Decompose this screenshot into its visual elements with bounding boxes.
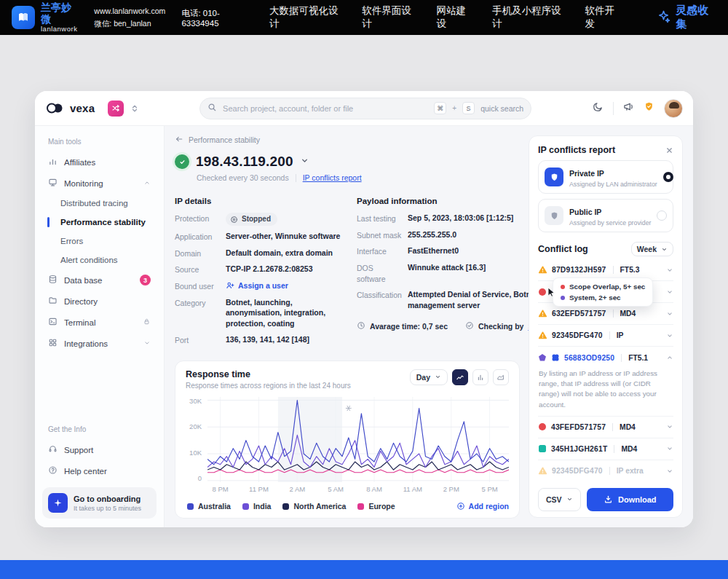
lanlanwork-logo-icon [12, 6, 35, 29]
europe-swatch [357, 503, 364, 510]
nav-item-mobile[interactable]: 手机及小程序设计 [492, 4, 566, 31]
add-region-link[interactable]: Add region [456, 502, 509, 511]
search-input[interactable] [223, 104, 428, 113]
area-chart-view-button[interactable] [493, 369, 509, 385]
announcements-icon[interactable] [623, 101, 634, 115]
option-public-ip[interactable]: Public IP Assigned by service provider [538, 199, 673, 232]
chevron-down-icon [435, 374, 441, 380]
sidebar-section-main: Main tools [48, 138, 151, 146]
security-shield-icon[interactable] [644, 101, 654, 115]
sidebar-item-database[interactable]: Data base 3 [42, 269, 157, 291]
shuffle-icon [111, 103, 121, 113]
user-plus-icon [226, 281, 234, 290]
vexa-logo[interactable]: vexa [45, 102, 95, 114]
user-avatar[interactable] [664, 99, 683, 118]
error-dot-icon [538, 288, 547, 296]
legend-north-america: North America [282, 502, 346, 511]
database-icon [48, 275, 58, 285]
chevron-up-icon[interactable] [666, 354, 673, 361]
log-row[interactable]: 345H1JGH261T MD4 [538, 438, 673, 460]
log-row[interactable]: 43FEFD571757 MD4 [538, 417, 673, 438]
dashboard-window: vexa ⌘ + S quick search [35, 91, 693, 527]
log-row[interactable]: 92345DFG470 IP extra [538, 460, 673, 482]
ip-conflicts-report-link[interactable]: IP conflicts report [303, 173, 362, 182]
onboarding-sparkle-icon [48, 493, 68, 513]
conflict-log-title: Conflict log [538, 244, 588, 254]
response-time-card: Response time Response times across regi… [175, 361, 520, 519]
plus-circle-icon [456, 502, 465, 511]
line-chart-view-button[interactable] [452, 369, 468, 385]
sort-toggle-icon[interactable] [131, 104, 138, 113]
panel-footer: CSV Download [538, 482, 673, 511]
sidebar-subitem-performance-stability[interactable]: Performance stability [42, 213, 157, 232]
chart-subtitle: Response times across regions in the las… [186, 382, 351, 390]
bar-chart-view-button[interactable] [472, 369, 488, 385]
lanlanwork-brand[interactable]: 兰亭妙微 lanlanwork [12, 2, 78, 33]
sidebar-subitem-alert-conditions[interactable]: Alert conditions [42, 251, 157, 269]
ip-dropdown-chevron[interactable] [300, 155, 309, 168]
sidebar-item-integrations[interactable]: Integrations [42, 333, 157, 354]
global-search[interactable]: ⌘ + S quick search [199, 98, 531, 119]
sidebar-subitem-distributed-tracing[interactable]: Distributed tracing [42, 194, 157, 213]
inspiration-icon [657, 9, 670, 25]
chevron-down-icon[interactable] [666, 332, 673, 339]
close-icon[interactable] [665, 146, 673, 154]
collect-label: 灵感收集 [676, 4, 716, 31]
sidebar-item-affiliates[interactable]: Affiliates [42, 151, 157, 173]
private-ip-radio[interactable] [663, 172, 673, 182]
warning-triangle-icon [538, 466, 547, 476]
payload-title: Payload information [357, 197, 553, 205]
sidebar-item-monitoring[interactable]: Monitoring [42, 173, 157, 194]
back-arrow-icon[interactable] [175, 135, 183, 145]
download-button[interactable]: Download [587, 488, 673, 511]
chart-controls: Day [410, 369, 509, 385]
conflict-log-header: Conflict log Week [538, 242, 673, 256]
chart-legend: Australia India North America Europe Add… [186, 502, 509, 511]
onboarding-card[interactable]: Go to onboarding It takes up to 5 minute… [42, 487, 157, 519]
log-row-hovered[interactable]: Scope Overlap, 5+ sec System, 2+ sec [538, 281, 673, 303]
nav-item-dev[interactable]: 软件开发 [585, 4, 622, 31]
chevron-down-icon[interactable] [666, 445, 673, 452]
x-axis-labels: 8 PM11 PM2 AM5 AM8 AM11 AM2 PM5 PM [207, 485, 509, 496]
inspiration-collect-button[interactable]: 灵感收集 [657, 4, 716, 31]
vexa-logo-icon [45, 102, 65, 114]
week-select[interactable]: Week [631, 242, 673, 256]
plus-separator: + [452, 104, 456, 112]
clover-icon [551, 353, 560, 362]
bottom-bar [0, 560, 728, 579]
sidebar-item-terminal[interactable]: Terminal [42, 312, 157, 333]
breadcrumb[interactable]: Performance stability [175, 135, 520, 145]
main-content: Performance stability 198.43.119.200 Che… [165, 126, 529, 527]
period-select[interactable]: Day [410, 369, 448, 385]
log-row[interactable]: 92345DFG470 IP [538, 325, 673, 347]
average-time: Avarage time: 0,7 sec [357, 321, 448, 331]
export-format-select[interactable]: CSV [538, 488, 581, 511]
search-icon [207, 102, 217, 115]
terminal-icon [48, 317, 58, 328]
public-ip-radio[interactable] [657, 210, 667, 221]
dark-mode-icon[interactable] [593, 101, 604, 115]
nav-item-website[interactable]: 网站建设 [436, 4, 473, 31]
sidebar-subitem-errors[interactable]: Errors [42, 232, 157, 251]
chevron-down-icon[interactable] [666, 267, 673, 274]
log-row-description: By listing an IP address or IP address r… [538, 369, 673, 416]
chevron-down-icon[interactable] [666, 468, 673, 475]
chevron-down-icon[interactable] [666, 423, 673, 430]
tooltip-line: Scope Overlap, 5+ sec [561, 283, 645, 291]
sidebar-item-directory[interactable]: Directory [42, 291, 157, 312]
meta-row: Avarage time: 0,7 sec Checking by SAF.IO [357, 321, 553, 331]
workspace-switch-button[interactable] [108, 101, 124, 117]
chevron-down-icon[interactable] [666, 288, 673, 296]
option-private-ip[interactable]: Private IP Assigned by LAN administrator [538, 160, 673, 194]
sidebar-item-help-center[interactable]: Help center [42, 460, 157, 481]
sidebar-item-support[interactable]: Support [42, 439, 157, 460]
assign-user-link[interactable]: Assign a user [226, 280, 288, 291]
nav-item-bigdata[interactable]: 大数据可视化设计 [269, 4, 343, 31]
chevron-down-icon[interactable] [666, 310, 673, 318]
chart-plot[interactable] [207, 397, 509, 483]
chevron-down-icon [661, 246, 668, 253]
nav-item-software-ui[interactable]: 软件界面设计 [362, 4, 417, 31]
log-row-expanded[interactable]: 56883OD9250 FT5.1 By listing an IP addre… [538, 347, 673, 417]
phone-text: 电话: 010-63334945 [181, 8, 253, 28]
integrations-icon [48, 338, 58, 349]
